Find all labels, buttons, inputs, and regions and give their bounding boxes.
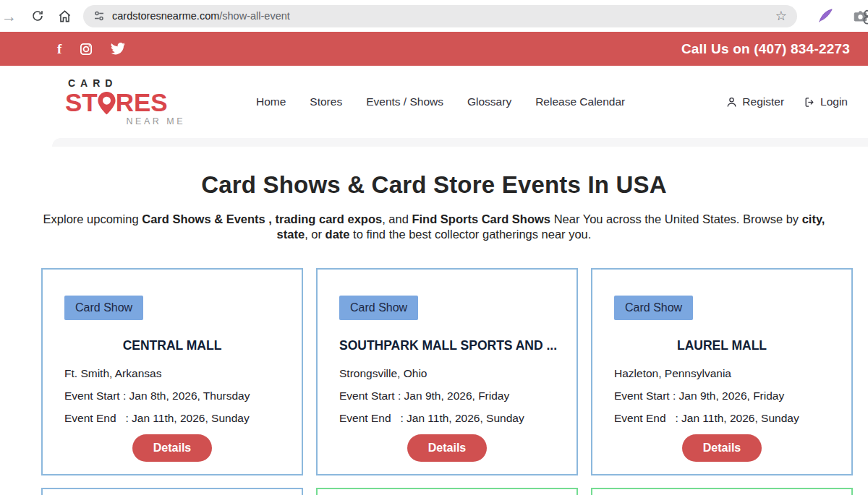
intro-paragraph: Explore upcoming Card Shows & Events , t… — [27, 212, 841, 242]
details-button[interactable]: Details — [682, 434, 762, 462]
details-button[interactable]: Details — [132, 434, 212, 462]
event-card: Card Show CENTRAL MALL Ft. Smith, Arkans… — [41, 268, 303, 475]
event-start: Event Start : Jan 8th, 2026, Thursday — [64, 389, 280, 403]
event-card — [591, 488, 853, 495]
bookmark-star-icon[interactable]: ☆ — [775, 8, 787, 24]
event-location: Strongsville, Ohio — [339, 367, 555, 380]
event-end: Event End : Jan 11th, 2026, Sunday — [64, 412, 280, 425]
event-card: Card Show LAUREL MALL Hazleton, Pennsylv… — [591, 268, 853, 475]
browser-toolbar: → cardstoresnearme.com/show-all-event ☆ — [0, 0, 868, 32]
event-title: CENTRAL MALL — [64, 338, 280, 353]
login-link[interactable]: Login — [804, 95, 848, 108]
event-location: Ft. Smith, Arkansas — [64, 367, 280, 380]
event-info: Ft. Smith, Arkansas Event Start : Jan 8t… — [64, 367, 280, 425]
event-info: Hazleton, Pennsylvania Event Start : Jan… — [614, 367, 830, 425]
page-title: Card Shows & Card Store Events In USA — [0, 171, 868, 199]
address-bar[interactable]: cardstoresnearme.com/show-all-event ☆ — [83, 5, 797, 27]
register-link[interactable]: Register — [726, 95, 784, 108]
event-start: Event Start : Jan 9th, 2026, Friday — [339, 389, 555, 403]
nav-glossary[interactable]: Glossary — [467, 95, 511, 108]
event-type-badge: Card Show — [339, 296, 418, 320]
person-icon — [726, 96, 738, 108]
site-header: CARD STRES NEAR ME Home Stores Events / … — [0, 66, 868, 138]
main-navigation: Home Stores Events / Shows Glossary Rele… — [256, 95, 625, 108]
nav-release-calendar[interactable]: Release Calendar — [535, 95, 625, 108]
event-card — [41, 488, 303, 495]
nav-stores[interactable]: Stores — [310, 95, 342, 108]
call-us-text[interactable]: Call Us on (407) 834-2273 — [681, 41, 850, 57]
event-location: Hazleton, Pennsylvania — [614, 367, 830, 380]
nav-events-shows[interactable]: Events / Shows — [366, 95, 443, 108]
top-contact-bar: f Call Us on (407) 834-2273 — [0, 32, 868, 66]
event-end: Event End : Jan 11th, 2026, Sunday — [614, 412, 830, 425]
logo-near-me-text: NEAR ME — [65, 117, 187, 126]
facebook-icon[interactable]: f — [57, 42, 61, 56]
event-title: SOUTHPARK MALL SPORTS AND ... — [339, 338, 555, 353]
site-settings-icon[interactable] — [93, 10, 105, 22]
events-grid-row-1: Card Show CENTRAL MALL Ft. Smith, Arkans… — [0, 268, 868, 475]
event-type-badge: Card Show — [64, 296, 143, 320]
event-info: Strongsville, Ohio Event Start : Jan 9th… — [339, 367, 555, 425]
login-icon — [804, 96, 816, 108]
twitter-icon[interactable] — [111, 43, 125, 55]
nav-home[interactable]: Home — [256, 95, 286, 108]
event-card: Card Show SOUTHPARK MALL SPORTS AND ... … — [316, 268, 578, 475]
content-top-edge — [52, 138, 868, 147]
logo-card-text: CARD — [68, 78, 187, 88]
social-links: f — [57, 42, 125, 56]
event-card — [316, 488, 578, 495]
logo-stores-text: STRES — [65, 90, 187, 115]
instagram-icon[interactable] — [80, 43, 93, 56]
reload-icon[interactable] — [31, 9, 44, 22]
quill-extension-icon[interactable] — [817, 8, 833, 24]
event-type-badge: Card Show — [614, 296, 693, 320]
event-end: Event End : Jan 11th, 2026, Sunday — [339, 412, 555, 425]
event-title: LAUREL MALL — [614, 338, 830, 353]
url-text[interactable]: cardstoresnearme.com/show-all-event — [112, 10, 290, 22]
site-logo[interactable]: CARD STRES NEAR ME — [65, 78, 187, 126]
details-button[interactable]: Details — [407, 434, 487, 462]
profile-icon[interactable] — [859, 9, 868, 25]
home-icon[interactable] — [58, 9, 72, 23]
auth-links: Register Login — [726, 95, 848, 108]
forward-icon[interactable]: → — [1, 9, 17, 24]
map-pin-icon — [97, 91, 116, 115]
event-start: Event Start : Jan 9th, 2026, Friday — [614, 389, 830, 403]
events-grid-row-2 — [0, 488, 868, 495]
